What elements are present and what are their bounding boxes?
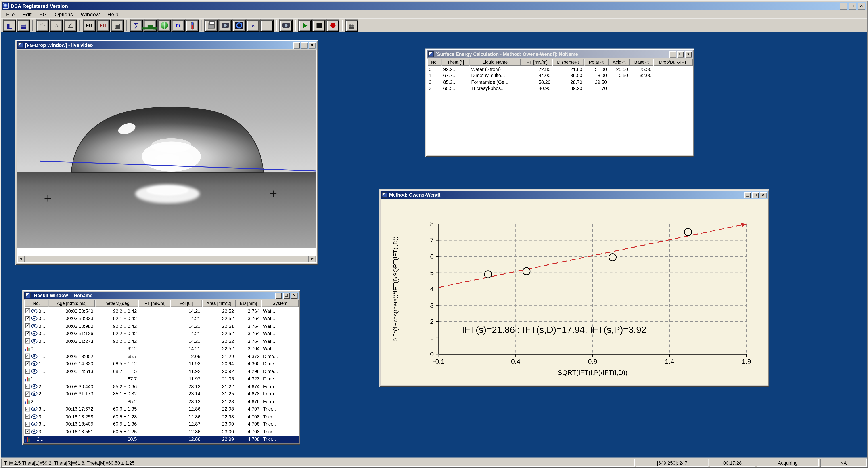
row-checkbox[interactable]: ✓ bbox=[25, 391, 30, 397]
image-tools-button[interactable]: ▣ bbox=[111, 19, 124, 31]
scroll-left-button[interactable]: ◄ bbox=[18, 255, 25, 263]
menu-item-options[interactable]: Options bbox=[51, 11, 77, 18]
surface-energy-button[interactable]: ∑ bbox=[129, 19, 143, 31]
result-row[interactable]: ✓0...00:03:51:27392.2 ± 0.4214.2122.523.… bbox=[24, 337, 299, 345]
row-checkbox[interactable]: ✓ bbox=[25, 429, 30, 434]
circle-fit-button[interactable]: ○ bbox=[50, 19, 63, 31]
scrollbar-track[interactable] bbox=[25, 255, 309, 263]
surface-energy-row[interactable]: 092.2...Water (Strom)72.8021.8051.0025.5… bbox=[427, 66, 693, 72]
method-titlebar[interactable]: Method: Owens-Wendt _ □ × bbox=[381, 191, 768, 199]
print-button[interactable] bbox=[204, 19, 218, 31]
save-snapshot-button[interactable] bbox=[218, 19, 232, 31]
magnification-button[interactable]: m bbox=[172, 19, 185, 31]
result-row[interactable]: ✓0...00:03:51:12692.2 ± 0.4214.2122.523.… bbox=[24, 330, 299, 337]
result-column-header[interactable]: Vol [ul] bbox=[170, 300, 202, 308]
surface-energy-column-header[interactable]: DispersePt bbox=[552, 59, 584, 66]
maximize-button[interactable]: □ bbox=[301, 42, 308, 49]
minimize-button[interactable]: _ bbox=[744, 192, 751, 198]
play-button[interactable] bbox=[298, 19, 311, 31]
result-column-header[interactable]: Theta(M)[deg] bbox=[95, 300, 138, 308]
row-checkbox[interactable]: ✓ bbox=[25, 414, 30, 419]
scrollbar-thumb[interactable] bbox=[25, 255, 309, 263]
minimize-button[interactable]: _ bbox=[275, 292, 282, 299]
result-column-header[interactable]: System bbox=[261, 300, 299, 308]
drop-video-canvas[interactable] bbox=[18, 50, 316, 248]
row-checkbox[interactable]: ✓ bbox=[25, 369, 30, 374]
result-row[interactable]: ✓1...00:05:13:00265.712.0921.294.373Dime… bbox=[24, 352, 299, 360]
profile-extraction-button[interactable]: ◠ bbox=[36, 19, 49, 31]
row-checkbox[interactable]: ✓ bbox=[25, 309, 30, 314]
close-button[interactable]: × bbox=[858, 2, 865, 9]
result-row[interactable]: ✓0...00:03:50:98092.2 ± 0.4214.2122.513.… bbox=[24, 322, 299, 330]
minimize-button[interactable]: _ bbox=[670, 51, 676, 57]
step-forward-button[interactable]: » bbox=[246, 19, 260, 31]
result-row[interactable]: ✓2...00:08:30:44085.2 ± 0.6623.1231.224.… bbox=[24, 383, 299, 390]
row-checkbox[interactable]: ✓ bbox=[25, 331, 30, 336]
close-button[interactable]: × bbox=[291, 292, 298, 299]
result-row[interactable]: ✓2...00:08:31:17385.1 ± 0.8223.1431.254.… bbox=[24, 390, 299, 398]
surface-energy-column-header[interactable]: Theta [°] bbox=[442, 59, 470, 66]
close-button[interactable]: × bbox=[760, 192, 767, 198]
result-column-header[interactable]: Area [mm*2] bbox=[202, 300, 236, 308]
row-checkbox[interactable]: ✓ bbox=[25, 384, 30, 389]
result-column-header[interactable]: BD [mm] bbox=[236, 300, 261, 308]
result-column-header[interactable]: IFT [mN/m] bbox=[138, 300, 170, 308]
maximize-button[interactable]: □ bbox=[848, 2, 857, 9]
result-row[interactable]: ✓3...00:16:17:67260.6 ± 1.3512.8622.984.… bbox=[24, 405, 299, 413]
surface-energy-column-header[interactable]: Liquid Name bbox=[470, 59, 521, 66]
close-button[interactable]: × bbox=[309, 42, 315, 49]
minimize-button[interactable]: _ bbox=[840, 2, 847, 9]
maximize-button[interactable]: □ bbox=[677, 51, 684, 57]
row-checkbox[interactable]: ✓ bbox=[25, 354, 30, 359]
row-checkbox[interactable]: ✓ bbox=[25, 323, 30, 329]
result-row[interactable]: ✓0...00:03:50:54092.2 ± 0.4214.2122.523.… bbox=[24, 307, 299, 315]
temperature-button[interactable] bbox=[185, 19, 199, 31]
menu-item-file[interactable]: File bbox=[2, 11, 19, 18]
maximize-button[interactable]: □ bbox=[752, 192, 759, 198]
row-checkbox[interactable]: ✓ bbox=[25, 421, 30, 427]
scroll-right-button[interactable]: ► bbox=[309, 255, 316, 263]
result-row[interactable]: ✓3...00:16:18:25860.5 ± 1.2812.8622.984.… bbox=[24, 413, 299, 420]
result-row[interactable]: →3...60.512.8622.994.708Tricr... bbox=[24, 435, 299, 443]
surface-energy-column-header[interactable]: No. bbox=[427, 59, 442, 66]
close-button[interactable]: × bbox=[685, 51, 692, 57]
row-checkbox[interactable]: ✓ bbox=[25, 406, 30, 411]
surface-energy-titlebar[interactable]: [Surface Energy Calculation - Method: Ow… bbox=[427, 50, 693, 58]
row-checkbox[interactable]: ✓ bbox=[25, 361, 30, 367]
surface-energy-column-header[interactable]: PolarPt bbox=[584, 59, 609, 66]
result-row[interactable]: ✓1...00:05:14:61368.7 ± 1.1511.9220.924.… bbox=[24, 368, 299, 375]
stop-button[interactable] bbox=[312, 19, 326, 31]
fg-drop-window-button[interactable]: ◧ bbox=[3, 19, 16, 31]
tangent-fit-button[interactable]: ∠ bbox=[64, 19, 77, 31]
surface-energy-column-header[interactable]: BasePt bbox=[630, 59, 653, 66]
result-row[interactable]: ✓0...00:03:50:83392.1 ± 0.4214.2122.523.… bbox=[24, 315, 299, 322]
fit-button[interactable]: FIT bbox=[83, 19, 96, 31]
menu-item-window[interactable]: Window bbox=[77, 11, 103, 18]
menu-item-edit[interactable]: Edit bbox=[19, 11, 35, 18]
result-row[interactable]: ✓3...00:16:18:55160.5 ± 1.2512.8623.004.… bbox=[24, 428, 299, 435]
record-button[interactable] bbox=[326, 19, 339, 31]
iris-button[interactable] bbox=[232, 19, 246, 31]
result-row[interactable]: ✓3...00:16:18:40560.5 ± 1.3612.8723.004.… bbox=[24, 420, 299, 428]
result-column-header[interactable]: Age [h:m:s:ms] bbox=[49, 300, 95, 308]
auto-fit-button[interactable]: FIT bbox=[97, 19, 110, 31]
row-checkbox[interactable]: ✓ bbox=[25, 316, 30, 321]
grid-button[interactable]: ▦ bbox=[345, 19, 359, 31]
fg-drop-titlebar[interactable]: [FG-Drop Window] - live video _ □ × bbox=[17, 41, 317, 49]
menu-item-fg[interactable]: FG bbox=[35, 11, 51, 18]
camera-button[interactable] bbox=[279, 19, 292, 31]
result-column-header[interactable]: No. bbox=[24, 300, 49, 308]
surface-energy-column-header[interactable]: AcidPt bbox=[609, 59, 630, 66]
result-row[interactable]: 1...67.711.9721.054.323Dime... bbox=[24, 375, 299, 383]
menu-item-help[interactable]: Help bbox=[104, 11, 122, 18]
surface-energy-row[interactable]: 285.2...Formamide (Ge...58.2028.7029.50 bbox=[427, 79, 693, 85]
surface-energy-column-header[interactable]: Drop/Bulk-IFT bbox=[653, 59, 693, 66]
row-checkbox[interactable]: ✓ bbox=[25, 339, 30, 344]
globe-button[interactable] bbox=[157, 19, 171, 31]
video-horizontal-scrollbar[interactable]: ◄ ► bbox=[18, 255, 316, 263]
transfer-button[interactable]: → bbox=[260, 19, 274, 31]
result-row[interactable]: 2...85.223.1331.234.676Form... bbox=[24, 398, 299, 405]
result-window-button[interactable]: ▦ bbox=[17, 19, 30, 31]
surface-energy-row[interactable]: 167.7...Dimethyl sulfo...44.0036.008.000… bbox=[427, 72, 693, 79]
plot-window-button[interactable]: ▂▅▃ bbox=[144, 19, 157, 31]
